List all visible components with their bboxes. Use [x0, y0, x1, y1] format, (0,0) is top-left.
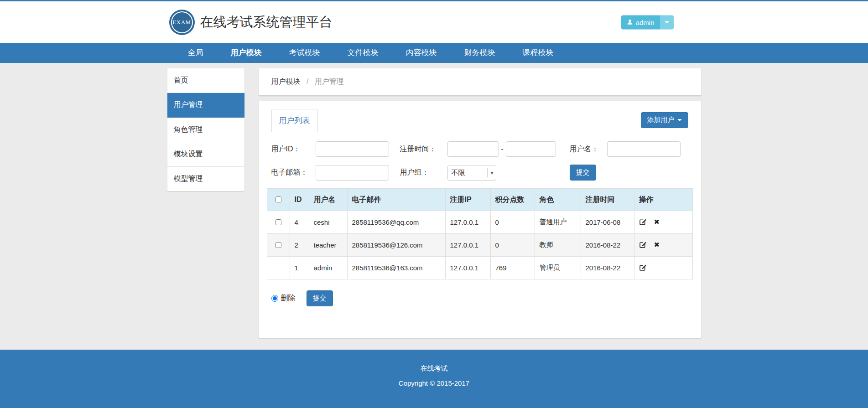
- cell-actions: ✖: [634, 211, 692, 234]
- column-header-电子邮件: 电子邮件: [347, 189, 445, 211]
- logo-text: EXAM: [172, 19, 191, 26]
- sidebar-item-模型管理[interactable]: 模型管理: [167, 167, 244, 191]
- username-input[interactable]: [607, 141, 681, 157]
- filter-row-2: 电子邮箱： 用户组： 不限 ▾ 提交: [271, 165, 688, 181]
- cell-reg_time: 2016-08-22: [581, 234, 634, 257]
- column-header-ID: ID: [290, 189, 309, 211]
- user-menu: admin: [621, 15, 674, 29]
- column-header-注册时间: 注册时间: [581, 189, 634, 211]
- cell-role: 管理员: [535, 257, 581, 279]
- edit-icon[interactable]: [639, 263, 647, 273]
- cell-email: 2858119536@126.com: [347, 234, 445, 257]
- sidebar-item-模块设置[interactable]: 模块设置: [167, 142, 244, 167]
- delete-radio[interactable]: [271, 295, 278, 302]
- panel-header: 用户列表 添加用户: [267, 109, 693, 132]
- nav-item-考试模块[interactable]: 考试模块: [275, 43, 334, 63]
- page-title: 在线考试系统管理平台: [200, 13, 333, 31]
- filter-form: 用户ID： 注册时间： - 用户名： 电子邮箱：: [267, 132, 693, 181]
- user-group-select[interactable]: 不限: [447, 165, 496, 181]
- cell-actions: [634, 257, 692, 279]
- column-header-积分点数: 积分点数: [490, 189, 535, 211]
- caret-down-icon: [677, 119, 682, 121]
- add-user-button[interactable]: 添加用户: [641, 112, 688, 128]
- column-header-角色: 角色: [535, 189, 581, 211]
- user-dropdown-toggle[interactable]: [660, 15, 674, 29]
- nav-item-财务模块[interactable]: 财务模块: [451, 43, 509, 63]
- cell-role: 普通用户: [535, 211, 581, 234]
- row-checkbox[interactable]: [275, 219, 281, 225]
- cell-reg_ip: 127.0.0.1: [445, 234, 490, 257]
- cell-points: 0: [490, 234, 535, 257]
- edit-icon[interactable]: [639, 241, 647, 250]
- footer-copyright: Copyright © 2015-2017: [0, 379, 868, 387]
- reg-time-label: 注册时间：: [400, 145, 447, 154]
- sidebar-item-用户管理[interactable]: 用户管理: [167, 93, 244, 118]
- cell-username: ceshi: [309, 211, 347, 234]
- content-area: 首页用户管理角色管理模块设置模型管理 用户模块 / 用户管理 用户列表 添加用户: [0, 63, 868, 350]
- reg-time-end-input[interactable]: [506, 141, 556, 157]
- nav-item-全局[interactable]: 全局: [174, 43, 217, 63]
- column-header-操作: 操作: [634, 189, 692, 211]
- footer-site-link[interactable]: 在线考试: [421, 364, 448, 373]
- column-header-用户名: 用户名: [309, 189, 347, 211]
- column-header-注册IP: 注册IP: [445, 189, 490, 211]
- cell-reg_time: 2017-06-08: [581, 211, 634, 234]
- tab-user-list[interactable]: 用户列表: [271, 109, 318, 132]
- sidebar-list: 首页用户管理角色管理模块设置模型管理: [167, 68, 244, 191]
- cell-reg_ip: 127.0.0.1: [445, 211, 490, 234]
- edit-icon[interactable]: [639, 218, 647, 227]
- site-logo: EXAM: [169, 10, 195, 35]
- range-separator: -: [501, 145, 504, 153]
- delete-icon[interactable]: ✖: [654, 241, 660, 249]
- cell-id: 4: [290, 211, 309, 234]
- nav-item-课程模块[interactable]: 课程模块: [509, 43, 567, 63]
- batch-actions: 删除 提交: [267, 290, 693, 306]
- breadcrumb-parent[interactable]: 用户模块: [271, 77, 301, 85]
- email-label: 电子邮箱：: [271, 168, 316, 177]
- filter-row-1: 用户ID： 注册时间： - 用户名：: [271, 141, 688, 157]
- main-nav: 全局用户模块考试模块文件模块内容模块财务模块课程模块: [0, 43, 868, 63]
- sidebar-item-角色管理[interactable]: 角色管理: [167, 118, 244, 142]
- cell-reg_ip: 127.0.0.1: [445, 257, 490, 279]
- user-group-label: 用户组：: [400, 168, 447, 177]
- nav-item-用户模块[interactable]: 用户模块: [217, 43, 275, 63]
- username-label: 用户名：: [570, 145, 607, 154]
- site-header: EXAM 在线考试系统管理平台 admin: [0, 1, 868, 43]
- batch-submit-button[interactable]: 提交: [307, 290, 333, 306]
- table-body: 4ceshi2858119536@qq.com127.0.0.10普通用户201…: [267, 211, 692, 279]
- table-row-admin: 1admin2858119536@163.com127.0.0.1769管理员2…: [267, 257, 692, 279]
- user-button-label: admin: [636, 18, 655, 26]
- cell-points: 769: [490, 257, 535, 279]
- user-button[interactable]: admin: [621, 15, 660, 29]
- breadcrumb: 用户模块 / 用户管理: [259, 68, 701, 95]
- table-row-ceshi: 4ceshi2858119536@qq.com127.0.0.10普通用户201…: [267, 211, 692, 234]
- user-table: ID用户名电子邮件注册IP积分点数角色注册时间操作 4ceshi28581195…: [267, 188, 693, 279]
- sidebar: 首页用户管理角色管理模块设置模型管理: [167, 68, 244, 191]
- delete-icon[interactable]: ✖: [654, 218, 660, 226]
- cell-username: teacher: [309, 234, 347, 257]
- table-header-row: ID用户名电子邮件注册IP积分点数角色注册时间操作: [267, 189, 692, 211]
- user-id-input[interactable]: [316, 141, 389, 157]
- cell-email: 2858119536@163.com: [347, 257, 445, 279]
- sidebar-item-首页[interactable]: 首页: [167, 68, 244, 93]
- reg-time-start-input[interactable]: [447, 141, 499, 157]
- row-checkbox[interactable]: [275, 242, 281, 248]
- main-nav-list: 全局用户模块考试模块文件模块内容模块财务模块课程模块: [167, 43, 701, 63]
- filter-submit-button[interactable]: 提交: [570, 165, 596, 181]
- table-row-teacher: 2teacher2858119536@126.com127.0.0.10教师20…: [267, 234, 692, 257]
- cell-id: 1: [290, 257, 309, 279]
- main-column: 用户模块 / 用户管理 用户列表 添加用户 用户ID： 注册时间：: [259, 68, 701, 338]
- reg-time-range: -: [447, 141, 554, 157]
- nav-item-文件模块[interactable]: 文件模块: [334, 43, 392, 63]
- caret-down-icon: [665, 21, 669, 24]
- cell-points: 0: [490, 211, 535, 234]
- cell-username: admin: [309, 257, 347, 279]
- select-all-checkbox[interactable]: [275, 196, 281, 202]
- cell-role: 教师: [535, 234, 581, 257]
- logo-ring: EXAM: [171, 11, 193, 33]
- site-footer: 在线考试 Copyright © 2015-2017: [0, 350, 868, 408]
- add-user-label: 添加用户: [647, 116, 675, 124]
- breadcrumb-current: 用户管理: [315, 77, 344, 85]
- email-input[interactable]: [316, 165, 389, 181]
- nav-item-内容模块[interactable]: 内容模块: [392, 43, 451, 63]
